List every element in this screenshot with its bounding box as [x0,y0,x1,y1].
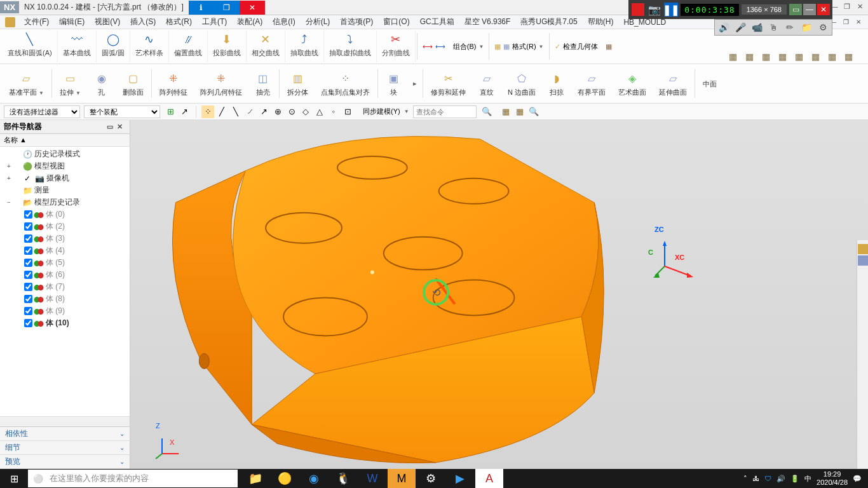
menu-tools[interactable]: 工具(T) [197,15,232,29]
extra-icon-3[interactable]: ▦ [759,50,773,64]
ribbon-offset-curve[interactable]: ⫽ 偏置曲线 [169,30,208,62]
ribbon-arc-circle[interactable]: ◯ 圆弧/圆 [97,30,130,62]
tree-item-5[interactable]: ⬤⬤体 (0) [1,208,128,220]
rec-webcam-icon[interactable]: 📹 [750,21,763,34]
taskbar-app-m[interactable]: M [388,469,416,488]
menu-yanxiu[interactable]: 燕秀UG模具7.05 [515,15,582,29]
sync-modeling-label[interactable]: 同步建模(Y) [363,107,400,116]
section-preview[interactable]: 预览⌄ [0,455,130,469]
right-tb-1[interactable] [858,244,868,254]
tree-item-13[interactable]: ⬤⬤体 (9) [1,305,128,317]
ribbon-more-arrow[interactable]: ▸ [409,67,421,100]
extra-icon-5[interactable]: ▦ [792,50,806,64]
rec-audio-icon[interactable]: 🔊 [717,21,730,34]
selection-filter-combo[interactable]: 没有选择过滤器 [4,105,80,118]
restore-button[interactable]: ❐ [214,1,240,15]
panel-pin-icon[interactable]: ▭ [107,123,116,132]
outer-close-button[interactable]: ✕ [854,1,865,11]
tree-checkbox[interactable] [24,234,32,243]
extra-icon-2[interactable]: ▦ [742,50,756,64]
ribbon-intersect-curve[interactable]: ✕ 相交曲线 [247,30,285,62]
snap-icon-11[interactable]: ⊡ [341,105,354,118]
toolbar-icon-c[interactable]: 🔍 [527,105,540,118]
close-button[interactable]: ✕ [240,1,265,15]
ribbon-format-small[interactable]: ▦ ▦ 格式(R) ▼ [491,30,547,62]
extra-icon-4[interactable]: ▦ [775,50,789,64]
snap-icon-9[interactable]: △ [313,105,326,118]
ribbon-point-align[interactable]: ⁘点集到点集对齐 [315,67,376,100]
ribbon-nside[interactable]: ⬠N 边曲面 [501,67,542,100]
tree-item-12[interactable]: ⬤⬤体 (8) [1,293,128,305]
menu-gctoolbox[interactable]: GC工具箱 [415,15,459,29]
outer-restore-button[interactable]: ❐ [841,1,853,11]
tree-item-11[interactable]: ⬤⬤体 (7) [1,281,128,293]
extra-icon-1[interactable]: ▦ [726,50,740,64]
ribbon-delete-face[interactable]: ▢删除面 [116,67,150,100]
nx-menu-icon[interactable] [5,17,15,27]
tree-item-3[interactable]: 📁测量 [1,184,128,196]
ribbon-dimension-icons[interactable]: ⟷⟷ [419,30,449,62]
tree-checkbox[interactable] [24,210,32,219]
part-tree[interactable]: 🕐历史记录模式+🟢模型视图+✓📷摄像机📁测量−📂模型历史记录⬤⬤体 (0)⬤⬤体… [0,147,130,416]
tree-item-1[interactable]: +🟢模型视图 [1,160,128,172]
start-button[interactable]: ⊞ [0,469,28,488]
rec-restore-button[interactable]: — [803,4,816,15]
assembly-scope-combo[interactable]: 整个装配 [84,105,160,118]
tray-ime-icon[interactable]: 中 [804,474,811,484]
tree-checkbox[interactable] [24,283,32,291]
taskbar-app-blue[interactable]: ◉ [300,469,328,488]
ribbon-misc-icon[interactable]: ▦ [602,30,616,62]
rec-pen-icon[interactable]: ✏ [783,21,796,34]
mdi-restore-button[interactable]: ❐ [840,17,851,27]
snap-icon-4[interactable]: ⟋ [243,105,256,118]
ribbon-extrude[interactable]: ▭拉伸 ▼ [53,67,87,100]
taskbar-word[interactable]: W [358,469,386,488]
snap-icon-1[interactable]: ⁘ [201,105,214,118]
section-detail[interactable]: 细节⌄ [0,441,130,455]
tree-item-2[interactable]: +✓📷摄像机 [1,172,128,184]
ribbon-art-surface[interactable]: ◈艺术曲面 [612,67,653,100]
extra-icon-6[interactable]: ▦ [808,50,822,64]
ribbon-extract-virtual[interactable]: ⤵ 抽取虚拟曲线 [324,30,377,62]
taskbar-explorer[interactable]: 📁 [241,469,269,488]
tray-clock[interactable]: 19:29 2020/4/28 [817,470,848,487]
toolbar-icon-b[interactable]: ▦ [513,105,526,118]
tree-item-10[interactable]: ⬤⬤体 (6) [1,269,128,281]
tray-volume-icon[interactable]: 🔊 [776,475,785,483]
tree-checkbox[interactable] [24,247,32,255]
rec-minimize-button[interactable]: ▭ [789,4,802,15]
menu-format[interactable]: 格式(R) [161,15,197,29]
rec-mic-icon[interactable]: 🎤 [734,21,747,34]
snap-icon-5[interactable]: ↗ [257,105,270,118]
tray-shield-icon[interactable]: 🛡 [764,475,771,482]
taskbar-chrome[interactable]: 🟡 [271,469,299,488]
ribbon-ruled[interactable]: ▱直纹 [472,67,501,100]
menu-insert[interactable]: 插入(S) [125,15,161,29]
taskbar-search[interactable]: ⚪ 在这里输入你要搜索的内容 [28,470,238,487]
menu-help[interactable]: 帮助(H) [583,15,619,29]
tree-item-7[interactable]: ⬤⬤体 (3) [1,233,128,245]
tree-checkbox[interactable] [24,222,32,231]
taskbar-app-a[interactable]: A [475,469,503,488]
snap-icon-8[interactable]: ◇ [299,105,312,118]
extra-icon-8[interactable]: ▦ [841,50,855,64]
snap-icon-7[interactable]: ⊙ [285,105,298,118]
section-dependency[interactable]: 相依性⌄ [0,427,130,441]
tree-item-14[interactable]: ⬤⬤体 (10) [1,317,128,329]
ribbon-extend-surface[interactable]: ▱延伸曲面 [653,67,693,100]
viewport-3d[interactable]: ⟲ ZC XC C Z X [130,120,868,469]
ribbon-project-curve[interactable]: ⬇ 投影曲线 [208,30,247,62]
tree-item-0[interactable]: 🕐历史记录模式 [1,148,128,160]
ribbon-trim-extend[interactable]: ✂修剪和延伸 [424,67,472,100]
ribbon-line-arc[interactable]: ╲ 直线和圆弧(A) [3,30,58,62]
tree-item-9[interactable]: ⬤⬤体 (5) [1,257,128,269]
tree-checkbox[interactable] [24,271,32,279]
tray-chevron-icon[interactable]: ˄ [743,475,747,483]
ribbon-basic-curve[interactable]: 〰 基本曲线 [58,30,97,62]
tree-item-8[interactable]: ⬤⬤体 (4) [1,245,128,257]
ribbon-split-body[interactable]: ▥拆分体 [281,67,315,100]
rec-pause-button[interactable]: ❚❚ [664,3,678,17]
filter-icon-arrow[interactable]: ↗ [178,105,191,118]
ribbon-shell[interactable]: ◫抽壳 [248,67,278,100]
command-search-input[interactable] [413,105,477,118]
